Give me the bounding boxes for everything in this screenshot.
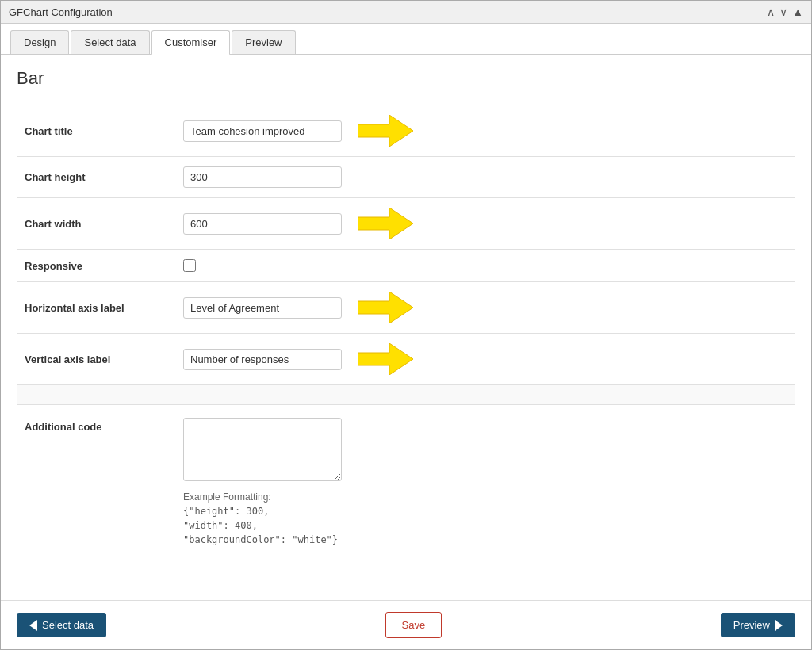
arrow-indicator-h-axis: [358, 292, 413, 323]
horizontal-axis-input[interactable]: [183, 297, 342, 319]
chart-title-label: Chart title: [25, 125, 183, 137]
chart-height-label: Chart height: [25, 171, 183, 183]
chart-height-row: Chart height: [17, 156, 795, 197]
window-controls: ∧ ∨ ▲: [767, 6, 803, 18]
expand-icon[interactable]: ∨: [779, 6, 787, 18]
spacer-row: [17, 384, 795, 405]
arrow-indicator-chart-title: [358, 115, 413, 147]
horizontal-axis-row: Horizontal axis label: [17, 281, 795, 333]
tab-select-data[interactable]: Select data: [71, 30, 149, 54]
main-content: Bar Chart title Chart height Ch: [1, 55, 811, 600]
preview-arrow-icon: [775, 620, 783, 631]
additional-code-row: Additional code Example Formatting: {"he…: [17, 405, 795, 560]
responsive-field: [183, 259, 787, 272]
svg-marker-3: [358, 343, 413, 375]
app-window: GFChart Configuration ∧ ∨ ▲ Design Selec…: [0, 0, 812, 650]
svg-marker-2: [358, 292, 413, 323]
footer-bar: Select data Save Preview: [1, 600, 811, 649]
horizontal-axis-field: [183, 292, 787, 323]
window-title: GFChart Configuration: [9, 6, 113, 18]
arrow-indicator-chart-width: [358, 208, 413, 239]
chart-title-input[interactable]: [183, 120, 342, 142]
chart-width-label: Chart width: [25, 218, 183, 230]
vertical-axis-label: Vertical axis label: [25, 354, 183, 365]
maximize-icon[interactable]: ▲: [792, 6, 803, 18]
chart-title-field: [183, 115, 787, 147]
chart-width-row: Chart width: [17, 197, 795, 249]
preview-button[interactable]: Preview: [721, 613, 795, 637]
vertical-axis-row: Vertical axis label: [17, 333, 795, 384]
select-data-arrow-icon: [29, 620, 37, 631]
responsive-checkbox[interactable]: [183, 259, 196, 272]
chart-width-input[interactable]: [183, 213, 342, 235]
tab-preview[interactable]: Preview: [232, 30, 295, 54]
arrow-indicator-v-axis: [358, 343, 413, 375]
svg-marker-0: [358, 115, 413, 147]
tabs-bar: Design Select data Customiser Preview: [1, 24, 811, 55]
chart-title-row: Chart title: [17, 105, 795, 156]
vertical-axis-field: [183, 343, 787, 375]
chart-width-field: [183, 208, 787, 239]
additional-code-textarea[interactable]: [183, 418, 342, 481]
svg-marker-1: [358, 208, 413, 239]
vertical-axis-input[interactable]: [183, 349, 342, 370]
responsive-label: Responsive: [25, 260, 183, 272]
horizontal-axis-label: Horizontal axis label: [25, 302, 183, 314]
additional-code-label: Additional code: [25, 418, 183, 547]
responsive-row: Responsive: [17, 249, 795, 281]
chart-height-field: [183, 166, 787, 188]
select-data-button[interactable]: Select data: [17, 613, 106, 637]
tab-design[interactable]: Design: [10, 30, 69, 54]
tab-customiser[interactable]: Customiser: [151, 30, 231, 55]
collapse-icon[interactable]: ∧: [767, 6, 775, 18]
additional-code-section: Example Formatting: {"height": 300, "wid…: [183, 418, 342, 547]
example-code: {"height": 300, "width": 400, "backgroun…: [183, 504, 342, 547]
page-title: Bar: [17, 68, 795, 89]
example-label: Example Formatting:: [183, 490, 342, 504]
title-bar: GFChart Configuration ∧ ∨ ▲: [1, 1, 811, 24]
chart-height-input[interactable]: [183, 166, 342, 188]
save-button[interactable]: Save: [385, 612, 442, 638]
example-formatting: Example Formatting: {"height": 300, "wid…: [183, 490, 342, 547]
